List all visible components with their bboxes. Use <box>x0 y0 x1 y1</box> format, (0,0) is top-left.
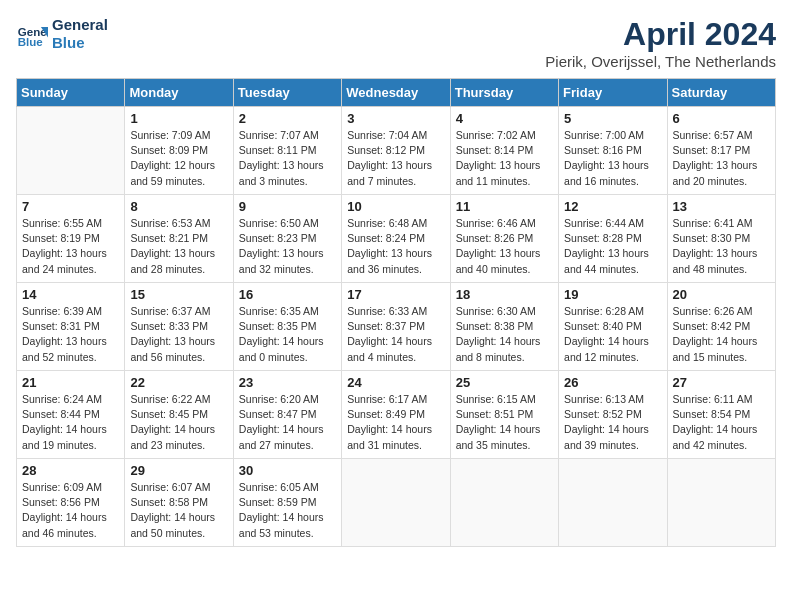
day-number: 27 <box>673 375 770 390</box>
logo-text: General Blue <box>52 16 108 52</box>
day-number: 10 <box>347 199 444 214</box>
week-row-4: 21Sunrise: 6:24 AMSunset: 8:44 PMDayligh… <box>17 371 776 459</box>
day-info: Sunrise: 6:39 AMSunset: 8:31 PMDaylight:… <box>22 304 119 365</box>
col-header-saturday: Saturday <box>667 79 775 107</box>
day-number: 11 <box>456 199 553 214</box>
col-header-monday: Monday <box>125 79 233 107</box>
day-number: 21 <box>22 375 119 390</box>
day-cell: 20Sunrise: 6:26 AMSunset: 8:42 PMDayligh… <box>667 283 775 371</box>
day-info: Sunrise: 6:20 AMSunset: 8:47 PMDaylight:… <box>239 392 336 453</box>
day-number: 2 <box>239 111 336 126</box>
day-info: Sunrise: 7:02 AMSunset: 8:14 PMDaylight:… <box>456 128 553 189</box>
day-cell: 12Sunrise: 6:44 AMSunset: 8:28 PMDayligh… <box>559 195 667 283</box>
day-info: Sunrise: 6:13 AMSunset: 8:52 PMDaylight:… <box>564 392 661 453</box>
day-number: 5 <box>564 111 661 126</box>
logo: General Blue General Blue <box>16 16 108 52</box>
day-cell <box>450 459 558 547</box>
day-info: Sunrise: 6:22 AMSunset: 8:45 PMDaylight:… <box>130 392 227 453</box>
col-header-wednesday: Wednesday <box>342 79 450 107</box>
day-info: Sunrise: 6:07 AMSunset: 8:58 PMDaylight:… <box>130 480 227 541</box>
day-info: Sunrise: 6:28 AMSunset: 8:40 PMDaylight:… <box>564 304 661 365</box>
day-number: 28 <box>22 463 119 478</box>
day-cell: 14Sunrise: 6:39 AMSunset: 8:31 PMDayligh… <box>17 283 125 371</box>
day-cell: 21Sunrise: 6:24 AMSunset: 8:44 PMDayligh… <box>17 371 125 459</box>
day-number: 7 <box>22 199 119 214</box>
calendar-table: SundayMondayTuesdayWednesdayThursdayFrid… <box>16 78 776 547</box>
day-cell: 15Sunrise: 6:37 AMSunset: 8:33 PMDayligh… <box>125 283 233 371</box>
day-cell: 27Sunrise: 6:11 AMSunset: 8:54 PMDayligh… <box>667 371 775 459</box>
day-info: Sunrise: 6:24 AMSunset: 8:44 PMDaylight:… <box>22 392 119 453</box>
day-cell: 9Sunrise: 6:50 AMSunset: 8:23 PMDaylight… <box>233 195 341 283</box>
page-header: General Blue General Blue April 2024 Pie… <box>16 16 776 70</box>
day-cell: 23Sunrise: 6:20 AMSunset: 8:47 PMDayligh… <box>233 371 341 459</box>
day-cell: 2Sunrise: 7:07 AMSunset: 8:11 PMDaylight… <box>233 107 341 195</box>
month-title: April 2024 <box>545 16 776 53</box>
day-cell <box>342 459 450 547</box>
day-cell: 18Sunrise: 6:30 AMSunset: 8:38 PMDayligh… <box>450 283 558 371</box>
day-cell: 10Sunrise: 6:48 AMSunset: 8:24 PMDayligh… <box>342 195 450 283</box>
day-info: Sunrise: 6:30 AMSunset: 8:38 PMDaylight:… <box>456 304 553 365</box>
day-info: Sunrise: 6:37 AMSunset: 8:33 PMDaylight:… <box>130 304 227 365</box>
day-info: Sunrise: 6:33 AMSunset: 8:37 PMDaylight:… <box>347 304 444 365</box>
day-info: Sunrise: 6:50 AMSunset: 8:23 PMDaylight:… <box>239 216 336 277</box>
day-cell: 16Sunrise: 6:35 AMSunset: 8:35 PMDayligh… <box>233 283 341 371</box>
day-cell: 11Sunrise: 6:46 AMSunset: 8:26 PMDayligh… <box>450 195 558 283</box>
col-header-tuesday: Tuesday <box>233 79 341 107</box>
day-number: 1 <box>130 111 227 126</box>
day-info: Sunrise: 6:41 AMSunset: 8:30 PMDaylight:… <box>673 216 770 277</box>
week-row-1: 1Sunrise: 7:09 AMSunset: 8:09 PMDaylight… <box>17 107 776 195</box>
day-number: 9 <box>239 199 336 214</box>
day-cell: 3Sunrise: 7:04 AMSunset: 8:12 PMDaylight… <box>342 107 450 195</box>
title-block: April 2024 Pierik, Overijssel, The Nethe… <box>545 16 776 70</box>
day-info: Sunrise: 6:09 AMSunset: 8:56 PMDaylight:… <box>22 480 119 541</box>
day-cell: 25Sunrise: 6:15 AMSunset: 8:51 PMDayligh… <box>450 371 558 459</box>
day-cell: 1Sunrise: 7:09 AMSunset: 8:09 PMDaylight… <box>125 107 233 195</box>
day-number: 22 <box>130 375 227 390</box>
day-info: Sunrise: 6:05 AMSunset: 8:59 PMDaylight:… <box>239 480 336 541</box>
day-info: Sunrise: 6:46 AMSunset: 8:26 PMDaylight:… <box>456 216 553 277</box>
day-number: 18 <box>456 287 553 302</box>
day-cell: 26Sunrise: 6:13 AMSunset: 8:52 PMDayligh… <box>559 371 667 459</box>
day-info: Sunrise: 6:55 AMSunset: 8:19 PMDaylight:… <box>22 216 119 277</box>
col-header-thursday: Thursday <box>450 79 558 107</box>
svg-text:Blue: Blue <box>18 36 44 48</box>
calendar-body: 1Sunrise: 7:09 AMSunset: 8:09 PMDaylight… <box>17 107 776 547</box>
day-cell: 28Sunrise: 6:09 AMSunset: 8:56 PMDayligh… <box>17 459 125 547</box>
week-row-5: 28Sunrise: 6:09 AMSunset: 8:56 PMDayligh… <box>17 459 776 547</box>
day-info: Sunrise: 6:26 AMSunset: 8:42 PMDaylight:… <box>673 304 770 365</box>
day-cell: 30Sunrise: 6:05 AMSunset: 8:59 PMDayligh… <box>233 459 341 547</box>
day-number: 4 <box>456 111 553 126</box>
day-number: 25 <box>456 375 553 390</box>
col-header-friday: Friday <box>559 79 667 107</box>
day-number: 15 <box>130 287 227 302</box>
day-number: 24 <box>347 375 444 390</box>
day-cell: 4Sunrise: 7:02 AMSunset: 8:14 PMDaylight… <box>450 107 558 195</box>
day-number: 20 <box>673 287 770 302</box>
day-number: 14 <box>22 287 119 302</box>
week-row-2: 7Sunrise: 6:55 AMSunset: 8:19 PMDaylight… <box>17 195 776 283</box>
calendar-header-row: SundayMondayTuesdayWednesdayThursdayFrid… <box>17 79 776 107</box>
day-number: 3 <box>347 111 444 126</box>
day-number: 17 <box>347 287 444 302</box>
day-cell: 5Sunrise: 7:00 AMSunset: 8:16 PMDaylight… <box>559 107 667 195</box>
day-info: Sunrise: 6:15 AMSunset: 8:51 PMDaylight:… <box>456 392 553 453</box>
day-number: 12 <box>564 199 661 214</box>
day-info: Sunrise: 7:00 AMSunset: 8:16 PMDaylight:… <box>564 128 661 189</box>
day-cell: 7Sunrise: 6:55 AMSunset: 8:19 PMDaylight… <box>17 195 125 283</box>
day-info: Sunrise: 6:35 AMSunset: 8:35 PMDaylight:… <box>239 304 336 365</box>
location: Pierik, Overijssel, The Netherlands <box>545 53 776 70</box>
day-info: Sunrise: 6:48 AMSunset: 8:24 PMDaylight:… <box>347 216 444 277</box>
day-cell: 29Sunrise: 6:07 AMSunset: 8:58 PMDayligh… <box>125 459 233 547</box>
day-number: 16 <box>239 287 336 302</box>
day-cell <box>667 459 775 547</box>
day-cell: 24Sunrise: 6:17 AMSunset: 8:49 PMDayligh… <box>342 371 450 459</box>
day-number: 26 <box>564 375 661 390</box>
day-info: Sunrise: 7:09 AMSunset: 8:09 PMDaylight:… <box>130 128 227 189</box>
week-row-3: 14Sunrise: 6:39 AMSunset: 8:31 PMDayligh… <box>17 283 776 371</box>
day-cell <box>17 107 125 195</box>
day-cell: 8Sunrise: 6:53 AMSunset: 8:21 PMDaylight… <box>125 195 233 283</box>
day-info: Sunrise: 6:44 AMSunset: 8:28 PMDaylight:… <box>564 216 661 277</box>
day-cell: 17Sunrise: 6:33 AMSunset: 8:37 PMDayligh… <box>342 283 450 371</box>
day-info: Sunrise: 6:11 AMSunset: 8:54 PMDaylight:… <box>673 392 770 453</box>
logo-icon: General Blue <box>16 18 48 50</box>
